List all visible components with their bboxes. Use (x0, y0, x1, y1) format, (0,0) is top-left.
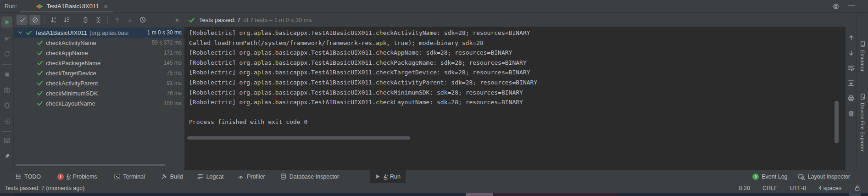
test-passed-icon (37, 70, 43, 76)
profiler-tab-label: Profiler (247, 174, 265, 180)
toggle-auto-test-button[interactable] (1, 49, 12, 60)
test-name: checkMinimumSDK (46, 90, 98, 97)
run-config-icon (36, 4, 43, 9)
run-panel-header: Run: TestA1BasicUIX011 × — (0, 0, 868, 13)
run-tool-window: Run: TestA1BasicUIX011 × — (0, 0, 868, 196)
tree-row-test[interactable]: checkAppName 171 ms (14, 48, 184, 58)
encoding-indicator[interactable]: UTF-8 (790, 185, 806, 191)
pin-tab-button[interactable] (1, 151, 12, 162)
test-summary: Tests passed: 7 of 7 tests – 1 m 0 s 30 … (184, 13, 312, 27)
sort-alphabetically-button[interactable]: az (48, 15, 59, 25)
scroll-to-end-icon[interactable] (846, 78, 856, 88)
run-tab[interactable]: 4: Run (370, 170, 406, 183)
console-line: Process finished with exit code 0 (184, 117, 846, 127)
problems-error-icon: ! (57, 174, 64, 180)
console-line: [Robolectric] org.aplas.basicappx.TestA1… (184, 88, 846, 98)
stop-button[interactable] (1, 69, 12, 80)
tree-row-test[interactable]: checkMinimumSDK 76 ms (14, 88, 184, 98)
chevron-down-icon[interactable] (17, 30, 23, 35)
layout-inspector-icon (798, 173, 805, 180)
import-test-results-button[interactable] (1, 116, 12, 127)
next-message-icon[interactable] (846, 48, 856, 57)
gear-icon[interactable] (832, 3, 840, 10)
test-tree[interactable]: TestA1BasicUIX011 (org.aplas.basi 1 m 0 … (14, 27, 184, 170)
minimize-icon[interactable]: — (848, 1, 855, 9)
line-separator-indicator[interactable]: CRLF (762, 185, 778, 191)
test-name: checkTargetDevice (46, 70, 96, 77)
terminal-icon (114, 173, 121, 180)
collapse-all-button[interactable] (93, 15, 104, 25)
status-message: Tests passed: 7 (moments ago) (5, 185, 84, 191)
test-history-icon[interactable] (137, 15, 148, 25)
soft-wrap-icon[interactable] (846, 63, 856, 73)
more-actions-chevron[interactable]: » (175, 13, 179, 27)
console-output[interactable]: [Robolectric] org.aplas.basicappx.TestA1… (184, 27, 846, 170)
console-horizontal-scrollbar[interactable] (187, 136, 410, 140)
screenshot-button[interactable] (1, 84, 12, 95)
clear-all-icon[interactable] (846, 109, 856, 118)
test-passed-icon (37, 100, 43, 106)
tree-row-test[interactable]: checkLayoutName 100 ms (14, 98, 184, 108)
rerun-failed-tests-button[interactable] (1, 33, 12, 44)
tool-window-bar: TODO ! 6: Problems Terminal Build Logcat… (0, 170, 868, 183)
test-passed-icon (37, 60, 43, 66)
tree-row-root[interactable]: TestA1BasicUIX011 (org.aplas.basi 1 m 0 … (14, 28, 184, 38)
summary-passed-text: Tests passed: 7 (199, 17, 240, 23)
caret-position[interactable]: 8:28 (739, 185, 750, 191)
run-play-icon (375, 174, 381, 179)
build-hammer-icon (161, 173, 167, 180)
expand-all-button[interactable] (80, 15, 91, 25)
restore-layout-button[interactable] (1, 135, 12, 146)
logcat-tab[interactable]: Logcat (192, 170, 229, 183)
indent-indicator[interactable]: 4 spaces (818, 185, 841, 191)
test-runner-toolbar: az » Tests passed: 7 of 7 tests – 1 m 0 … (14, 13, 868, 27)
lock-icon[interactable] (854, 185, 861, 191)
emulator-tab[interactable]: Emulator (857, 40, 868, 72)
test-passed-icon (26, 29, 32, 36)
profile-tests-button[interactable] (1, 100, 12, 111)
database-inspector-tab-label: Database Inspector (289, 174, 339, 180)
logcat-tab-label: Logcat (206, 174, 224, 180)
tree-horizontal-scrollbar[interactable] (16, 164, 165, 166)
tree-row-test[interactable]: checkActivityName 59 s 372 ms (14, 38, 184, 48)
terminal-tab[interactable]: Terminal (109, 170, 150, 183)
test-name: checkLayoutName (46, 100, 95, 107)
tree-row-test[interactable]: checkTargetDevice 75 ms (14, 68, 184, 78)
os-taskbar-edge (0, 193, 868, 196)
test-passed-icon (37, 80, 43, 86)
console-vertical-scrollbar[interactable] (835, 101, 839, 143)
next-occurrence-button[interactable] (124, 15, 135, 25)
svg-text:z: z (54, 20, 56, 23)
run-left-toolbar (0, 13, 14, 170)
test-time: 100 ms (164, 100, 184, 106)
show-passed-toggle[interactable] (17, 15, 28, 25)
prev-message-icon[interactable] (846, 33, 856, 42)
build-tab[interactable]: Build (156, 170, 188, 183)
terminal-tab-label: Terminal (123, 174, 145, 180)
run-config-tab-label: TestA1BasicUIX011 (46, 3, 99, 10)
tab-underline (20, 11, 113, 12)
database-inspector-tab[interactable]: Database Inspector (275, 170, 344, 183)
layout-inspector-tab[interactable]: Layout Inspector (793, 170, 855, 183)
run-config-tab[interactable]: TestA1BasicUIX011 × (32, 0, 111, 12)
rerun-button[interactable] (1, 17, 12, 28)
problems-tab[interactable]: ! 6: Problems (52, 170, 102, 183)
show-ignored-toggle[interactable] (29, 15, 40, 25)
previous-occurrence-button[interactable] (111, 15, 122, 25)
svg-text:a: a (54, 17, 56, 20)
database-icon (280, 173, 287, 180)
summary-detail-text: of 7 tests – 1 m 0 s 30 ms (243, 17, 312, 23)
sort-by-duration-button[interactable] (61, 15, 72, 25)
close-icon[interactable]: × (104, 3, 107, 10)
tree-row-test[interactable]: checkActivityParent 91 ms (14, 78, 184, 88)
todo-tab[interactable]: TODO (10, 170, 46, 183)
profiler-tab[interactable]: Profiler (232, 170, 270, 183)
device-file-explorer-tab-label: Device File Explorer (860, 103, 865, 151)
print-icon[interactable] (846, 94, 856, 103)
tree-row-test[interactable]: checkPackageName 145 ms (14, 58, 184, 68)
device-file-explorer-icon (859, 93, 866, 100)
test-name: checkAppName (46, 50, 88, 56)
root-test-time: 1 m 0 s 30 ms (147, 29, 184, 36)
device-file-explorer-tab[interactable]: Device File Explorer (857, 93, 868, 151)
event-log-tab[interactable]: 1 Event Log (747, 170, 792, 183)
